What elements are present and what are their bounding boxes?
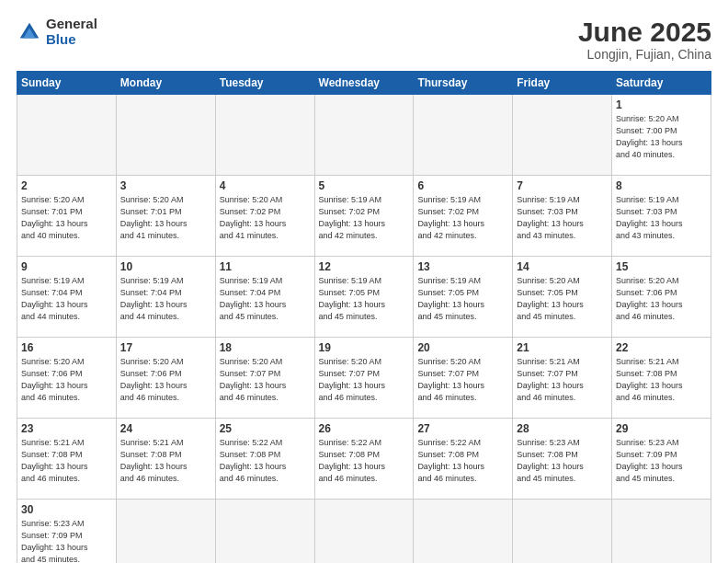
day-number: 19 bbox=[319, 341, 410, 354]
day-number: 9 bbox=[21, 260, 112, 273]
logo-general: General bbox=[46, 17, 97, 32]
table-row: 2Sunrise: 5:20 AM Sunset: 7:01 PM Daylig… bbox=[17, 176, 117, 257]
day-number: 26 bbox=[319, 422, 410, 435]
day-number: 18 bbox=[220, 341, 311, 354]
day-number: 5 bbox=[319, 179, 410, 192]
day-info: Sunrise: 5:22 AM Sunset: 7:08 PM Dayligh… bbox=[220, 437, 311, 485]
table-row: 21Sunrise: 5:21 AM Sunset: 7:07 PM Dayli… bbox=[513, 338, 612, 419]
day-info: Sunrise: 5:20 AM Sunset: 7:02 PM Dayligh… bbox=[220, 194, 311, 242]
day-number: 17 bbox=[120, 341, 211, 354]
day-number: 20 bbox=[417, 341, 508, 354]
day-info: Sunrise: 5:20 AM Sunset: 7:06 PM Dayligh… bbox=[120, 356, 211, 404]
day-info: Sunrise: 5:19 AM Sunset: 7:03 PM Dayligh… bbox=[616, 194, 707, 242]
table-row bbox=[513, 500, 612, 564]
table-row: 25Sunrise: 5:22 AM Sunset: 7:08 PM Dayli… bbox=[215, 419, 314, 500]
table-row: 7Sunrise: 5:19 AM Sunset: 7:03 PM Daylig… bbox=[513, 176, 612, 257]
day-info: Sunrise: 5:22 AM Sunset: 7:08 PM Dayligh… bbox=[417, 437, 508, 485]
day-info: Sunrise: 5:19 AM Sunset: 7:02 PM Dayligh… bbox=[319, 194, 410, 242]
day-number: 23 bbox=[21, 422, 112, 435]
day-info: Sunrise: 5:20 AM Sunset: 7:07 PM Dayligh… bbox=[319, 356, 410, 404]
day-info: Sunrise: 5:20 AM Sunset: 7:05 PM Dayligh… bbox=[517, 275, 608, 323]
col-monday: Monday bbox=[116, 72, 215, 95]
day-number: 29 bbox=[616, 422, 707, 435]
page-container: General Blue June 2025 Longjin, Fujian, … bbox=[0, 0, 728, 563]
day-info: Sunrise: 5:23 AM Sunset: 7:08 PM Dayligh… bbox=[517, 437, 608, 485]
day-number: 16 bbox=[21, 341, 112, 354]
logo-blue: Blue bbox=[46, 32, 97, 48]
day-info: Sunrise: 5:20 AM Sunset: 7:07 PM Dayligh… bbox=[220, 356, 311, 404]
table-row: 24Sunrise: 5:21 AM Sunset: 7:08 PM Dayli… bbox=[116, 419, 215, 500]
day-number: 22 bbox=[616, 341, 707, 354]
day-number: 27 bbox=[417, 422, 508, 435]
calendar-row: 30Sunrise: 5:23 AM Sunset: 7:09 PM Dayli… bbox=[17, 500, 711, 564]
day-info: Sunrise: 5:21 AM Sunset: 7:08 PM Dayligh… bbox=[616, 356, 707, 404]
day-info: Sunrise: 5:20 AM Sunset: 7:07 PM Dayligh… bbox=[417, 356, 508, 404]
day-number: 1 bbox=[616, 98, 707, 111]
table-row: 17Sunrise: 5:20 AM Sunset: 7:06 PM Dayli… bbox=[116, 338, 215, 419]
day-number: 24 bbox=[120, 422, 211, 435]
day-info: Sunrise: 5:19 AM Sunset: 7:05 PM Dayligh… bbox=[319, 275, 410, 323]
day-info: Sunrise: 5:20 AM Sunset: 7:06 PM Dayligh… bbox=[21, 356, 112, 404]
logo-icon bbox=[17, 19, 42, 45]
table-row: 6Sunrise: 5:19 AM Sunset: 7:02 PM Daylig… bbox=[414, 176, 513, 257]
table-row bbox=[612, 500, 711, 564]
day-number: 14 bbox=[517, 260, 608, 273]
logo: General Blue bbox=[17, 17, 97, 47]
col-tuesday: Tuesday bbox=[215, 72, 314, 95]
day-info: Sunrise: 5:22 AM Sunset: 7:08 PM Dayligh… bbox=[319, 437, 410, 485]
calendar-row: 16Sunrise: 5:20 AM Sunset: 7:06 PM Dayli… bbox=[17, 338, 711, 419]
calendar-subtitle: Longjin, Fujian, China bbox=[578, 47, 711, 62]
day-number: 30 bbox=[21, 503, 112, 516]
day-number: 6 bbox=[417, 179, 508, 192]
day-number: 13 bbox=[417, 260, 508, 273]
day-info: Sunrise: 5:19 AM Sunset: 7:02 PM Dayligh… bbox=[417, 194, 508, 242]
table-row: 28Sunrise: 5:23 AM Sunset: 7:08 PM Dayli… bbox=[513, 419, 612, 500]
col-wednesday: Wednesday bbox=[314, 72, 414, 95]
day-number: 3 bbox=[120, 179, 211, 192]
table-row bbox=[215, 95, 314, 176]
table-row bbox=[414, 500, 513, 564]
day-number: 25 bbox=[220, 422, 311, 435]
day-info: Sunrise: 5:21 AM Sunset: 7:08 PM Dayligh… bbox=[21, 437, 112, 485]
table-row: 14Sunrise: 5:20 AM Sunset: 7:05 PM Dayli… bbox=[513, 257, 612, 338]
table-row: 12Sunrise: 5:19 AM Sunset: 7:05 PM Dayli… bbox=[314, 257, 414, 338]
calendar-table: Sunday Monday Tuesday Wednesday Thursday… bbox=[17, 71, 711, 563]
table-row bbox=[116, 500, 215, 564]
table-row bbox=[116, 95, 215, 176]
table-row: 15Sunrise: 5:20 AM Sunset: 7:06 PM Dayli… bbox=[612, 257, 711, 338]
day-info: Sunrise: 5:23 AM Sunset: 7:09 PM Dayligh… bbox=[21, 518, 112, 563]
table-row: 19Sunrise: 5:20 AM Sunset: 7:07 PM Dayli… bbox=[314, 338, 414, 419]
day-info: Sunrise: 5:19 AM Sunset: 7:03 PM Dayligh… bbox=[517, 194, 608, 242]
day-info: Sunrise: 5:19 AM Sunset: 7:04 PM Dayligh… bbox=[21, 275, 112, 323]
table-row: 22Sunrise: 5:21 AM Sunset: 7:08 PM Dayli… bbox=[612, 338, 711, 419]
day-number: 15 bbox=[616, 260, 707, 273]
day-number: 8 bbox=[616, 179, 707, 192]
day-info: Sunrise: 5:20 AM Sunset: 7:01 PM Dayligh… bbox=[21, 194, 112, 242]
table-row: 8Sunrise: 5:19 AM Sunset: 7:03 PM Daylig… bbox=[612, 176, 711, 257]
table-row: 10Sunrise: 5:19 AM Sunset: 7:04 PM Dayli… bbox=[116, 257, 215, 338]
table-row: 26Sunrise: 5:22 AM Sunset: 7:08 PM Dayli… bbox=[314, 419, 414, 500]
day-number: 11 bbox=[220, 260, 311, 273]
calendar-row: 23Sunrise: 5:21 AM Sunset: 7:08 PM Dayli… bbox=[17, 419, 711, 500]
day-number: 10 bbox=[120, 260, 211, 273]
day-number: 12 bbox=[319, 260, 410, 273]
table-row: 29Sunrise: 5:23 AM Sunset: 7:09 PM Dayli… bbox=[612, 419, 711, 500]
table-row bbox=[17, 95, 117, 176]
table-row bbox=[314, 500, 414, 564]
table-row bbox=[513, 95, 612, 176]
calendar-title: June 2025 bbox=[578, 17, 711, 47]
day-number: 7 bbox=[517, 179, 608, 192]
title-block: June 2025 Longjin, Fujian, China bbox=[578, 17, 711, 62]
table-row: 18Sunrise: 5:20 AM Sunset: 7:07 PM Dayli… bbox=[215, 338, 314, 419]
col-friday: Friday bbox=[513, 72, 612, 95]
day-info: Sunrise: 5:20 AM Sunset: 7:06 PM Dayligh… bbox=[616, 275, 707, 323]
col-sunday: Sunday bbox=[17, 72, 117, 95]
day-info: Sunrise: 5:23 AM Sunset: 7:09 PM Dayligh… bbox=[616, 437, 707, 485]
table-row: 11Sunrise: 5:19 AM Sunset: 7:04 PM Dayli… bbox=[215, 257, 314, 338]
table-row: 3Sunrise: 5:20 AM Sunset: 7:01 PM Daylig… bbox=[116, 176, 215, 257]
calendar-row: 1Sunrise: 5:20 AM Sunset: 7:00 PM Daylig… bbox=[17, 95, 711, 176]
day-number: 2 bbox=[21, 179, 112, 192]
table-row bbox=[215, 500, 314, 564]
table-row: 1Sunrise: 5:20 AM Sunset: 7:00 PM Daylig… bbox=[612, 95, 711, 176]
table-row bbox=[314, 95, 414, 176]
